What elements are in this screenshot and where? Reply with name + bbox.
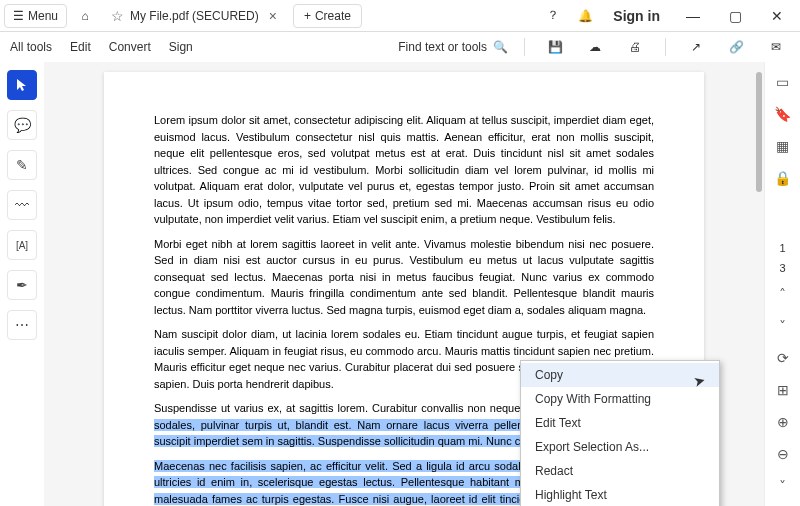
mail-button[interactable]: ✉ xyxy=(762,33,790,61)
divider xyxy=(665,38,666,56)
more-tools[interactable]: ⋯ xyxy=(7,310,37,340)
context-menu: Copy Copy With Formatting Edit Text Expo… xyxy=(520,360,720,506)
page-up[interactable]: ˄ xyxy=(771,282,795,306)
create-button[interactable]: + Create xyxy=(293,4,362,28)
right-tool-rail: ▭ 🔖 ▦ 🔒 1 3 ˄ ˅ ⟳ ⊞ ⊕ ⊖ ˅ xyxy=(764,62,800,506)
help-icon: ？ xyxy=(547,7,559,24)
star-icon: ☆ xyxy=(111,8,124,24)
window-close[interactable]: ✕ xyxy=(758,2,796,30)
hamburger-icon: ☰ xyxy=(13,9,24,23)
cursor-icon xyxy=(15,78,29,92)
panel-toggle[interactable]: ▭ xyxy=(771,70,795,94)
page-total: 3 xyxy=(779,262,785,274)
find-text-button[interactable]: Find text or tools 🔍 xyxy=(398,40,508,54)
search-icon: 🔍 xyxy=(493,40,508,54)
save-button[interactable]: 💾 xyxy=(541,33,569,61)
context-redact[interactable]: Redact xyxy=(521,459,719,483)
paragraph: Morbi eget nibh at lorem sagittis laoree… xyxy=(154,236,654,319)
menu-button[interactable]: ☰ Menu xyxy=(4,4,67,28)
highlight-tool[interactable]: ✎ xyxy=(7,150,37,180)
cloud-button[interactable]: ☁ xyxy=(581,33,609,61)
comment-tool[interactable]: 💬 xyxy=(7,110,37,140)
create-label: Create xyxy=(315,9,351,23)
document-tab[interactable]: ☆ My File.pdf (SECURED) × xyxy=(103,4,289,28)
left-tool-rail: 💬 ✎ 〰 [A] ✒ ⋯ xyxy=(0,62,44,506)
zoom-out[interactable]: ⊖ xyxy=(771,442,795,466)
bookmark-tool[interactable]: 🔖 xyxy=(771,102,795,126)
edit-button[interactable]: Edit xyxy=(70,40,91,54)
help-button[interactable]: ？ xyxy=(539,2,567,30)
scrollbar-thumb[interactable] xyxy=(756,72,762,192)
tab-close-button[interactable]: × xyxy=(265,8,281,24)
lock-tool[interactable]: 🔒 xyxy=(771,166,795,190)
tab-title: My File.pdf (SECURED) xyxy=(130,9,259,23)
grid-tool[interactable]: ▦ xyxy=(771,134,795,158)
notifications-button[interactable]: 🔔 xyxy=(571,2,599,30)
page-down[interactable]: ˅ xyxy=(771,314,795,338)
context-export-selection[interactable]: Export Selection As... xyxy=(521,435,719,459)
titlebar: ☰ Menu ⌂ ☆ My File.pdf (SECURED) × + Cre… xyxy=(0,0,800,32)
window-minimize[interactable]: — xyxy=(674,2,712,30)
home-button[interactable]: ⌂ xyxy=(71,2,99,30)
more-button[interactable]: ˅ xyxy=(771,474,795,498)
page-fit-tool[interactable]: ⊞ xyxy=(771,378,795,402)
rotate-tool[interactable]: ⟳ xyxy=(771,346,795,370)
convert-button[interactable]: Convert xyxy=(109,40,151,54)
find-label: Find text or tools xyxy=(398,40,487,54)
draw-tool[interactable]: 〰 xyxy=(7,190,37,220)
bell-icon: 🔔 xyxy=(578,9,593,23)
window-maximize[interactable]: ▢ xyxy=(716,2,754,30)
select-tool[interactable] xyxy=(7,70,37,100)
toolbar: All tools Edit Convert Sign Find text or… xyxy=(0,32,800,62)
plus-icon: + xyxy=(304,9,311,23)
page-current[interactable]: 1 xyxy=(779,242,785,254)
share-button[interactable]: ↗ xyxy=(682,33,710,61)
zoom-in[interactable]: ⊕ xyxy=(771,410,795,434)
paragraph: Lorem ipsum dolor sit amet, consectetur … xyxy=(154,112,654,228)
menu-label: Menu xyxy=(28,9,58,23)
divider xyxy=(524,38,525,56)
print-button[interactable]: 🖨 xyxy=(621,33,649,61)
context-highlight[interactable]: Highlight Text xyxy=(521,483,719,506)
link-button[interactable]: 🔗 xyxy=(722,33,750,61)
home-icon: ⌂ xyxy=(81,9,88,23)
all-tools-button[interactable]: All tools xyxy=(10,40,52,54)
context-copy[interactable]: Copy xyxy=(521,363,719,387)
sign-tool[interactable]: ✒ xyxy=(7,270,37,300)
textbox-tool[interactable]: [A] xyxy=(7,230,37,260)
context-copy-formatting[interactable]: Copy With Formatting xyxy=(521,387,719,411)
sign-in-button[interactable]: Sign in xyxy=(603,8,670,24)
sign-button[interactable]: Sign xyxy=(169,40,193,54)
context-edit-text[interactable]: Edit Text xyxy=(521,411,719,435)
